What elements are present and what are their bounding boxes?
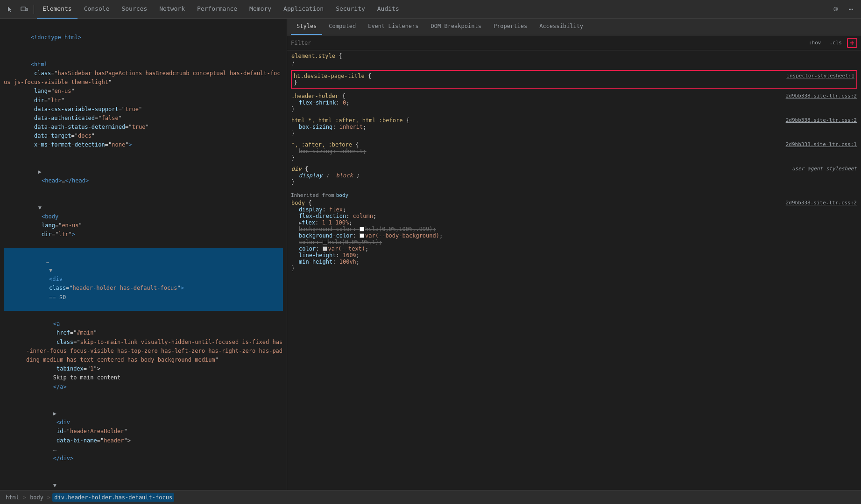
star-source[interactable]: 2d9bb338.site-ltr.css:1 bbox=[786, 141, 857, 147]
tab-sources[interactable]: Sources bbox=[116, 0, 153, 19]
tab-elements[interactable]: Elements bbox=[37, 0, 78, 19]
star-selector[interactable]: *, :after, :before { bbox=[291, 141, 359, 148]
cursor-tool-icon[interactable] bbox=[4, 3, 17, 16]
html-star-selector[interactable]: html *, html :after, html :before { bbox=[291, 117, 409, 124]
tab-computed[interactable]: Computed bbox=[323, 18, 361, 35]
bg-color-swatch-2[interactable] bbox=[360, 233, 364, 238]
header-area-holder-line[interactable]: ▶ <div id="headerAreaHolder" data-bi-nam… bbox=[4, 400, 283, 472]
body-rule: body { 2d9bb338.site-ltr.css:2 display :… bbox=[291, 199, 857, 272]
skip-link-line[interactable]: <a href="#main" class="skip-to-main-link… bbox=[4, 311, 283, 400]
div-user-agent-close: } bbox=[291, 179, 857, 185]
tab-audits[interactable]: Audits bbox=[372, 0, 405, 19]
inherited-from-body: Inherited from body bbox=[291, 189, 857, 199]
body-source[interactable]: 2d9bb338.site-ltr.css:2 bbox=[786, 200, 857, 206]
flex-direction-property: flex-direction : column ; bbox=[291, 213, 857, 219]
more-options-icon[interactable]: ⋯ bbox=[844, 3, 857, 16]
breadcrumb-sep-2: > bbox=[47, 494, 50, 501]
tab-application[interactable]: Application bbox=[278, 0, 329, 19]
line-height-property: line-height : 160% ; bbox=[291, 252, 857, 259]
html-star-source[interactable]: 2d9bb338.site-ltr.css:2 bbox=[786, 117, 857, 123]
header-holder-rule-close: } bbox=[291, 106, 857, 112]
toolbar-right: ☺ ⋯ bbox=[829, 3, 857, 16]
smiley-icon[interactable]: ☺ bbox=[829, 3, 842, 16]
devsite-page-title-close: } bbox=[294, 79, 854, 86]
styles-sub-tabs: Styles Computed Event Listeners DOM Brea… bbox=[287, 19, 861, 35]
tab-security[interactable]: Security bbox=[330, 0, 371, 19]
styles-content: element.style { } h1.devsite-page-title … bbox=[287, 50, 861, 490]
element-style-close: } bbox=[291, 59, 857, 66]
cls-button[interactable]: .cls bbox=[826, 38, 846, 47]
head-line[interactable]: ▶ <head>…</head> bbox=[4, 159, 283, 195]
body-open-line[interactable]: ▼ <body lang="en-us" dir="ltr"> bbox=[4, 195, 283, 248]
main-layout: <!doctype html> <html class="hasSidebar … bbox=[0, 19, 861, 490]
header-holder-selector[interactable]: .header-holder { bbox=[291, 93, 346, 99]
breadcrumb-header-holder[interactable]: div.header-holder.has-default-focus bbox=[52, 493, 174, 502]
tab-properties[interactable]: Properties bbox=[488, 18, 533, 35]
elements-panel: <!doctype html> <html class="hasSidebar … bbox=[0, 19, 287, 490]
breadcrumb-body[interactable]: body bbox=[28, 493, 45, 502]
hov-button[interactable]: :hov bbox=[805, 38, 825, 47]
display-block-property: display : block ; bbox=[291, 172, 857, 179]
user-agent-source: user agent stylesheet bbox=[792, 166, 857, 172]
svg-rect-0 bbox=[21, 7, 26, 11]
filter-buttons: :hov .cls + bbox=[805, 38, 857, 48]
breadcrumb-bar: html > body > div.header-holder.has-defa… bbox=[0, 490, 861, 504]
element-style-rule: element.style { } bbox=[291, 52, 857, 66]
color-swatch-2[interactable] bbox=[323, 246, 327, 251]
box-sizing-strikethrough: box-sizing : inherit ; bbox=[291, 148, 857, 154]
body-rule-header: body { 2d9bb338.site-ltr.css:2 bbox=[291, 200, 857, 206]
filter-input[interactable] bbox=[291, 40, 802, 46]
devsite-page-title-selector[interactable]: h1.devsite-page-title { bbox=[294, 73, 371, 79]
html-star-rule: html *, html :after, html :before { 2d9b… bbox=[291, 117, 857, 137]
elements-content: <!doctype html> <html class="hasSidebar … bbox=[0, 22, 287, 490]
div-user-agent-rule: div { user agent stylesheet display : bl… bbox=[291, 165, 857, 186]
html-tag-line[interactable]: <html class="hasSidebar hasPageActions h… bbox=[4, 51, 283, 159]
star-rule-close: } bbox=[291, 154, 857, 161]
svg-rect-1 bbox=[26, 8, 28, 11]
body-rule-close: } bbox=[291, 265, 857, 272]
tab-accessibility[interactable]: Accessibility bbox=[534, 18, 589, 35]
header-holder-rule-header: .header-holder { 2d9bb338.site-ltr.css:2 bbox=[291, 93, 857, 99]
devsite-page-title-rule: h1.devsite-page-title { inspector-styles… bbox=[291, 70, 857, 89]
tab-network[interactable]: Network bbox=[154, 0, 191, 19]
min-height-property: min-height : 100vh ; bbox=[291, 259, 857, 265]
tab-event-listeners[interactable]: Event Listeners bbox=[362, 18, 424, 35]
color-property-2: color : var(--text) ; bbox=[291, 245, 857, 252]
html-star-rule-header: html *, html :after, html :before { 2d9b… bbox=[291, 117, 857, 124]
flex-shrink-property: flex-shrink : 0 ; bbox=[291, 99, 857, 106]
device-emulation-icon[interactable] bbox=[18, 3, 31, 16]
display-flex-property: display : flex ; bbox=[291, 206, 857, 213]
element-style-header: element.style { bbox=[291, 53, 857, 59]
styles-panel: Styles Computed Event Listeners DOM Brea… bbox=[287, 19, 861, 490]
div-user-agent-header: div { user agent stylesheet bbox=[291, 166, 857, 172]
flex-property: ▶ flex : 1 1 100% ; bbox=[291, 219, 857, 226]
box-sizing-inherit-property: box-sizing : inherit ; bbox=[291, 124, 857, 130]
add-style-button[interactable]: + bbox=[847, 38, 857, 48]
breadcrumb-sep-1: > bbox=[23, 494, 26, 501]
toolbar: Elements Console Sources Network Perform… bbox=[0, 0, 861, 19]
div-selector[interactable]: div { bbox=[291, 166, 308, 172]
tab-console[interactable]: Console bbox=[78, 0, 115, 19]
bg-color-property-2: background-color : var(--body-background… bbox=[291, 232, 857, 239]
doctype-line: <!doctype html> bbox=[4, 24, 283, 51]
color-swatch-1[interactable] bbox=[323, 240, 327, 245]
header-holder-line[interactable]: … ▼ <div class="header-holder has-defaul… bbox=[4, 248, 283, 311]
star-rule: *, :after, :before { 2d9bb338.site-ltr.c… bbox=[291, 141, 857, 161]
bg-color-strikethrough-1: background-color : hsla(0,0%,100%,.999) … bbox=[291, 226, 857, 232]
element-style-selector[interactable]: element.style { bbox=[291, 53, 342, 59]
tab-styles[interactable]: Styles bbox=[291, 18, 322, 35]
tab-performance[interactable]: Performance bbox=[191, 0, 243, 19]
filter-bar: :hov .cls + bbox=[287, 35, 861, 50]
tab-memory[interactable]: Memory bbox=[244, 0, 277, 19]
body-selector[interactable]: body { bbox=[291, 200, 311, 206]
bg-color-swatch-1[interactable] bbox=[360, 227, 364, 231]
breadcrumb-html[interactable]: html bbox=[4, 493, 21, 502]
content-header-line[interactable]: ▼ <div class="content-header uhf-contain… bbox=[4, 472, 283, 490]
header-holder-rule: .header-holder { 2d9bb338.site-ltr.css:2… bbox=[291, 92, 857, 113]
star-rule-header: *, :after, :before { 2d9bb338.site-ltr.c… bbox=[291, 141, 857, 148]
devsite-page-title-header: h1.devsite-page-title { inspector-styles… bbox=[294, 73, 854, 79]
color-strikethrough-1: color : hsla(0,0%,9%,1) ; bbox=[291, 239, 857, 245]
header-holder-source[interactable]: 2d9bb338.site-ltr.css:2 bbox=[786, 93, 857, 99]
inspector-stylesheet-source[interactable]: inspector-stylesheet:1 bbox=[786, 73, 854, 79]
tab-dom-breakpoints[interactable]: DOM Breakpoints bbox=[425, 18, 487, 35]
